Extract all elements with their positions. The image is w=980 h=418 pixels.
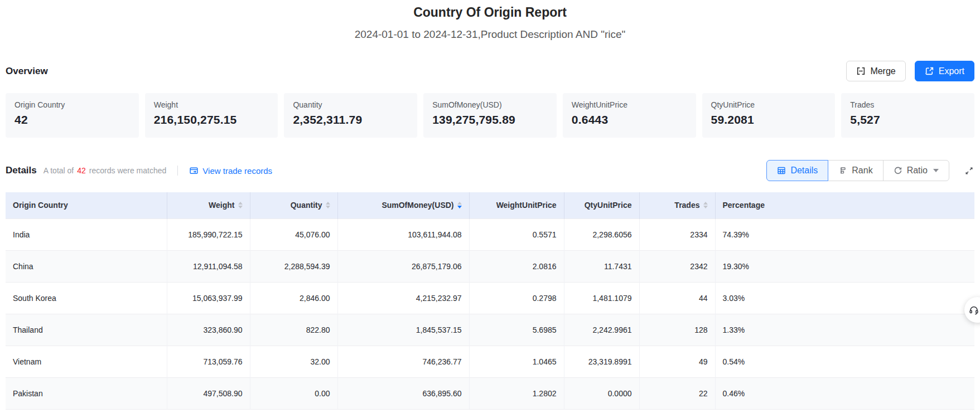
cell-quantity: 32.00 xyxy=(250,346,337,377)
stat-card-sum-of-money: SumOfMoney(USD) 139,275,795.89 xyxy=(423,93,557,138)
col-label: Quantity xyxy=(291,201,322,210)
page-title: Country Of Origin Report xyxy=(6,0,974,20)
vertical-divider xyxy=(177,166,178,176)
table-row-india: India 185,990,722.15 45,076.00 103,611,9… xyxy=(6,218,974,250)
sort-carets[interactable] xyxy=(326,202,330,208)
merge-cells-icon xyxy=(856,66,866,76)
export-button[interactable]: Export xyxy=(915,61,974,81)
cell-weight: 713,059.76 xyxy=(167,346,250,377)
details-table: Origin Country Weight Quantity SumOfMone… xyxy=(6,192,974,410)
tab-rank[interactable]: Rank xyxy=(828,160,883,181)
cell-quantity: 0.00 xyxy=(250,377,337,409)
cell-quantity: 822.80 xyxy=(250,314,337,346)
stat-label: Quantity xyxy=(293,100,408,109)
col-header-percentage: Percentage xyxy=(715,192,974,218)
stat-card-weight: Weight 216,150,275.15 xyxy=(145,93,278,138)
stat-value: 216,150,275.15 xyxy=(154,113,269,127)
match-prefix: A total of xyxy=(44,166,74,175)
view-trade-records-link[interactable]: View trade records xyxy=(189,166,272,176)
cell-sum: 746,236.77 xyxy=(337,346,469,377)
stat-value: 59.2081 xyxy=(711,113,827,127)
cell-weight: 15,063,937.99 xyxy=(167,282,250,314)
rank-icon xyxy=(838,166,847,175)
trade-records-icon xyxy=(189,166,199,176)
view-trade-records-label: View trade records xyxy=(202,166,272,176)
fullscreen-icon[interactable] xyxy=(964,166,974,176)
stat-card-quantity: Quantity 2,352,311.79 xyxy=(284,93,417,138)
cell-weight-unit-price: 1.2802 xyxy=(469,377,564,409)
stat-label: Weight xyxy=(154,100,269,109)
col-header-quantity[interactable]: Quantity xyxy=(250,192,337,218)
tab-ratio[interactable]: Ratio xyxy=(883,160,949,181)
stat-label: Origin Country xyxy=(15,100,130,109)
col-header-weight[interactable]: Weight xyxy=(167,192,250,218)
cell-quantity: 2,288,594.39 xyxy=(250,250,337,282)
cell-percentage: 1.33% xyxy=(715,314,974,346)
cell-weight: 497,508.90 xyxy=(167,377,250,409)
cell-country: Thailand xyxy=(6,314,167,346)
cell-percentage: 74.39% xyxy=(715,218,974,250)
cell-weight-unit-price: 0.5571 xyxy=(469,218,564,250)
cell-sum: 1,845,537.15 xyxy=(337,314,469,346)
match-summary: A total of 42 records were matched xyxy=(44,166,167,175)
table-row-south-korea: South Korea 15,063,937.99 2,846.00 4,215… xyxy=(6,282,974,314)
cell-quantity: 2,846.00 xyxy=(250,282,337,314)
table-row-china: China 12,911,094.58 2,288,594.39 26,875,… xyxy=(6,250,974,282)
cell-sum: 26,875,179.06 xyxy=(337,250,469,282)
col-header-weight-unit-price: WeightUnitPrice xyxy=(469,192,564,218)
stat-value: 42 xyxy=(15,113,130,127)
cell-weight-unit-price: 1.0465 xyxy=(469,346,564,377)
table-header-row: Origin Country Weight Quantity SumOfMone… xyxy=(6,192,974,218)
col-header-sum-of-money[interactable]: SumOfMoney(USD) xyxy=(337,192,469,218)
sort-carets-active-desc[interactable] xyxy=(457,202,462,208)
cell-percentage: 19.30% xyxy=(715,250,974,282)
merge-button[interactable]: Merge xyxy=(846,61,905,81)
cell-percentage: 0.54% xyxy=(715,346,974,377)
col-label: WeightUnitPrice xyxy=(496,201,557,210)
cell-trades: 49 xyxy=(639,346,715,377)
cell-weight-unit-price: 2.0816 xyxy=(469,250,564,282)
table-row-thailand: Thailand 323,860.90 822.80 1,845,537.15 … xyxy=(6,314,974,346)
export-button-label: Export xyxy=(939,66,964,76)
cell-trades: 44 xyxy=(639,282,715,314)
details-toolbar: Details A total of 42 records were match… xyxy=(6,159,974,182)
cell-trades: 22 xyxy=(639,377,715,409)
tab-ratio-label: Ratio xyxy=(907,166,928,176)
cell-weight: 323,860.90 xyxy=(167,314,250,346)
details-heading: Details xyxy=(6,165,37,176)
cell-qty-unit-price: 0.0000 xyxy=(564,377,639,409)
stat-card-qty-unit-price: QtyUnitPrice 59.2081 xyxy=(702,93,836,138)
cell-trades: 2342 xyxy=(639,250,715,282)
overview-heading: Overview xyxy=(6,66,48,77)
cell-weight-unit-price: 0.2798 xyxy=(469,282,564,314)
stat-label: WeightUnitPrice xyxy=(572,100,687,109)
cell-quantity: 45,076.00 xyxy=(250,218,337,250)
cell-country: Vietnam xyxy=(6,346,167,377)
stat-label: QtyUnitPrice xyxy=(711,100,827,109)
stat-value: 2,352,311.79 xyxy=(293,113,408,127)
chevron-down-icon xyxy=(933,169,939,172)
view-switcher: Details Rank xyxy=(766,160,949,181)
cell-weight-unit-price: 5.6985 xyxy=(469,314,564,346)
sort-carets[interactable] xyxy=(238,202,243,208)
page-subtitle: 2024-01-01 to 2024-12-31,Product Descrip… xyxy=(6,28,974,41)
cell-qty-unit-price: 2,298.6056 xyxy=(564,218,639,250)
stat-card-weight-unit-price: WeightUnitPrice 0.6443 xyxy=(563,93,696,138)
report-page: Country Of Origin Report 2024-01-01 to 2… xyxy=(0,0,980,410)
sort-carets[interactable] xyxy=(703,202,708,208)
details-toolbar-right: Details Rank xyxy=(766,160,974,181)
stat-value: 5,527 xyxy=(850,113,965,127)
tab-details[interactable]: Details xyxy=(766,160,828,181)
col-label: QtyUnitPrice xyxy=(585,201,632,210)
ratio-ring-icon xyxy=(894,166,902,175)
tab-rank-label: Rank xyxy=(852,166,872,176)
cell-qty-unit-price: 23,319.8991 xyxy=(564,346,639,377)
overview-bar: Overview Merge xyxy=(6,61,974,81)
cell-weight: 12,911,094.58 xyxy=(167,250,250,282)
match-count: 42 xyxy=(77,166,86,175)
merge-button-label: Merge xyxy=(870,66,895,76)
col-label: Origin Country xyxy=(13,201,68,210)
details-toolbar-left: Details A total of 42 records were match… xyxy=(6,165,272,176)
col-header-trades[interactable]: Trades xyxy=(639,192,715,218)
cell-qty-unit-price: 2,242.9961 xyxy=(564,314,639,346)
